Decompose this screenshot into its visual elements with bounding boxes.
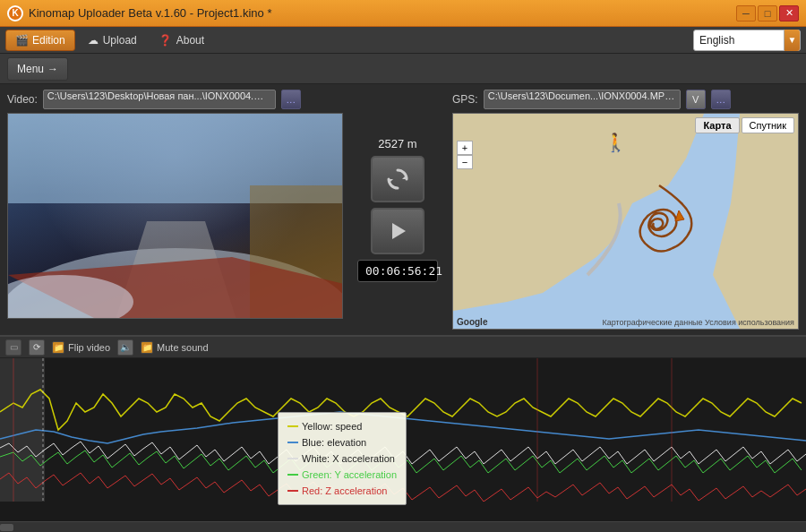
map-copyright: Картографические данные Условия использо… bbox=[602, 318, 794, 327]
middle-controls: 2527 m 00:06:56:21 bbox=[350, 90, 445, 330]
mute-folder-icon: 📁 bbox=[141, 341, 153, 354]
gps-path-input[interactable]: C:\Users\123\Documen...\IONX0004.MP4.nme… bbox=[484, 90, 681, 109]
gps-path-row: GPS: C:\Users\123\Documen...\IONX0004.MP… bbox=[452, 90, 799, 109]
legend-white-color bbox=[287, 458, 298, 459]
gps-v-button[interactable]: V bbox=[686, 90, 706, 109]
chart-tool-1[interactable]: ▭ bbox=[5, 339, 21, 356]
video-label: Video: bbox=[7, 93, 38, 106]
film-icon: 🎬 bbox=[15, 34, 29, 47]
scroll-handle[interactable] bbox=[0, 524, 13, 531]
map-container: 🚶 Карта Спутник + − Google Картографичес… bbox=[452, 113, 799, 330]
map-tab-satellite[interactable]: Спутник bbox=[742, 117, 794, 133]
chart-section: ▭ ⟳ 📁 Flip video 🔈 📁 Mute sound bbox=[0, 335, 806, 532]
minimize-button[interactable]: ─ bbox=[736, 5, 756, 21]
gps-section: GPS: C:\Users\123\Documen...\IONX0004.MP… bbox=[452, 90, 799, 330]
menu-button[interactable]: Menu → bbox=[7, 57, 68, 81]
chart-toolbar: ▭ ⟳ 📁 Flip video 🔈 📁 Mute sound bbox=[0, 337, 806, 358]
legend-yellow: Yellow: speed bbox=[287, 418, 397, 434]
flip-label: 📁 Flip video bbox=[52, 341, 110, 354]
flip-icon: ⟳ bbox=[29, 339, 45, 356]
main-content: Video: C:\Users\123\Desktop\Новая пан...… bbox=[0, 84, 806, 532]
toolbar-row: Menu → bbox=[0, 54, 806, 84]
language-value: English bbox=[699, 34, 734, 47]
svg-marker-8 bbox=[392, 223, 406, 239]
legend-blue-color bbox=[287, 442, 298, 443]
top-section: Video: C:\Users\123\Desktop\Новая пан...… bbox=[0, 84, 806, 335]
map-tab-controls: Карта Спутник bbox=[695, 117, 794, 133]
upload-label: Upload bbox=[103, 34, 137, 47]
edition-label: Edition bbox=[32, 34, 65, 47]
arrow-icon: → bbox=[47, 63, 58, 75]
menu-label: Menu bbox=[17, 63, 44, 75]
google-label: Google bbox=[457, 317, 487, 327]
about-menu[interactable]: ❓ About bbox=[150, 30, 213, 51]
about-label: About bbox=[176, 34, 204, 47]
play-icon bbox=[387, 220, 408, 242]
legend-green-color bbox=[287, 474, 298, 476]
play-button[interactable] bbox=[371, 208, 424, 254]
video-scene-svg bbox=[8, 114, 343, 319]
title-bar-left: K Kinomap Uploader Beta v.1.60 - Project… bbox=[7, 5, 271, 21]
language-dropdown-arrow[interactable]: ▼ bbox=[784, 30, 800, 51]
video-preview bbox=[8, 114, 342, 318]
legend-blue: Blue: elevation bbox=[287, 434, 397, 450]
menu-bar: 🎬 Edition ☁ Upload ❓ About English ▼ bbox=[0, 27, 806, 54]
distance-display: 2527 m bbox=[378, 137, 416, 150]
chart-legend: Yellow: speed Blue: elevation White: X a… bbox=[278, 412, 407, 505]
video-path-row: Video: C:\Users\123\Desktop\Новая пан...… bbox=[7, 90, 343, 109]
refresh-icon bbox=[385, 167, 410, 192]
maximize-button[interactable]: □ bbox=[758, 5, 777, 21]
title-bar: K Kinomap Uploader Beta v.1.60 - Project… bbox=[0, 0, 806, 27]
close-button[interactable]: ✕ bbox=[779, 5, 799, 21]
title-bar-text: Kinomap Uploader Beta v.1.60 - Project1.… bbox=[29, 6, 271, 20]
edition-menu[interactable]: 🎬 Edition bbox=[5, 30, 75, 51]
video-frame bbox=[7, 113, 343, 319]
zoom-out-button[interactable]: − bbox=[457, 155, 473, 169]
person-marker: 🚶 bbox=[604, 132, 627, 153]
window-controls: ─ □ ✕ bbox=[736, 5, 799, 21]
legend-red: Red: Z acceleration bbox=[287, 483, 397, 499]
video-section: Video: C:\Users\123\Desktop\Новая пан...… bbox=[7, 90, 343, 330]
legend-green: Green: Y acceleration bbox=[287, 467, 397, 483]
upload-icon: ☁ bbox=[88, 34, 99, 47]
video-path-input[interactable]: C:\Users\123\Desktop\Новая пан...\IONX00… bbox=[43, 90, 276, 109]
help-icon: ❓ bbox=[159, 34, 172, 47]
legend-white: White: X acceleration bbox=[287, 450, 397, 467]
refresh-button[interactable] bbox=[371, 156, 424, 202]
chart-scrollbar[interactable] bbox=[0, 521, 806, 532]
language-selector[interactable]: English ▼ bbox=[693, 30, 801, 51]
video-browse-button[interactable]: … bbox=[281, 90, 301, 109]
zoom-in-button[interactable]: + bbox=[457, 141, 473, 155]
mute-icon: 🔈 bbox=[117, 339, 133, 356]
mute-label: 📁 Mute sound bbox=[141, 341, 208, 354]
chart-canvas: Yellow: speed Blue: elevation White: X a… bbox=[0, 358, 806, 532]
upload-menu[interactable]: ☁ Upload bbox=[79, 30, 146, 51]
legend-red-color bbox=[287, 490, 298, 492]
gps-label: GPS: bbox=[452, 93, 478, 106]
time-display: 00:06:56:21 bbox=[357, 260, 438, 282]
app-logo: K bbox=[7, 5, 23, 21]
gps-browse-button[interactable]: … bbox=[711, 90, 731, 109]
map-tab-map[interactable]: Карта bbox=[695, 117, 739, 133]
map-zoom-controls: + − bbox=[457, 141, 473, 169]
legend-yellow-color bbox=[287, 425, 298, 427]
flip-folder-icon: 📁 bbox=[52, 341, 64, 354]
